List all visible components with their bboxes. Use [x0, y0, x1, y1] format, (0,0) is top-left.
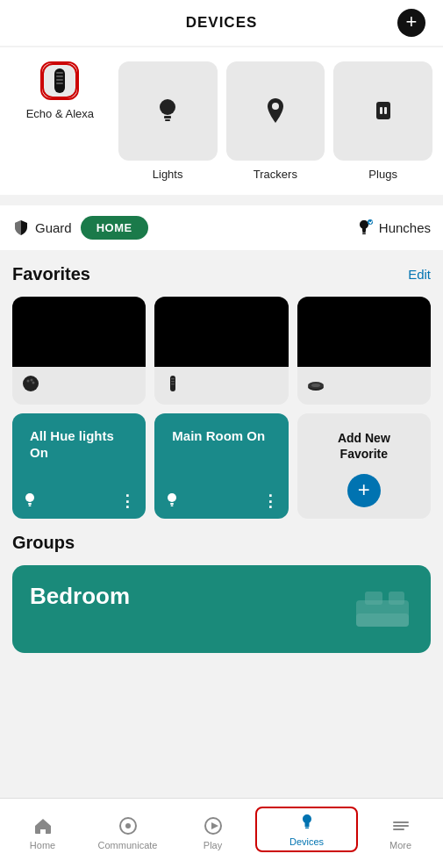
- header: DEVICES +: [0, 0, 443, 46]
- lights-icon-wrap: [118, 61, 218, 161]
- svg-rect-27: [28, 503, 32, 505]
- svg-rect-21: [171, 381, 175, 382]
- fav-main-room-footer: ⋮: [154, 485, 288, 519]
- svg-rect-22: [171, 384, 175, 384]
- add-new-circle-button[interactable]: +: [347, 474, 381, 507]
- svg-rect-3: [56, 79, 63, 81]
- plug-icon: [368, 95, 399, 126]
- echo-icon-wrap: [42, 63, 77, 98]
- svg-rect-34: [365, 592, 382, 605]
- favorite-card-3[interactable]: [297, 297, 431, 405]
- svg-rect-1: [56, 72, 63, 74]
- nav-devices-label: Devices: [289, 836, 324, 847]
- svg-rect-9: [376, 102, 390, 119]
- svg-rect-6: [164, 116, 171, 118]
- echo-label: Echo & Alexa: [26, 107, 94, 120]
- category-echo[interactable]: Echo & Alexa: [11, 61, 110, 181]
- svg-point-37: [125, 823, 131, 829]
- svg-rect-20: [171, 378, 175, 379]
- nav-play[interactable]: Play: [170, 808, 255, 850]
- svg-rect-31: [171, 505, 174, 506]
- groups-title: Groups: [12, 533, 431, 553]
- svg-rect-41: [305, 827, 309, 829]
- favorite-main-room[interactable]: Main Room On ⋮: [154, 413, 288, 519]
- favorites-grid: All Hue lights On ⋮ Main Room: [12, 297, 431, 519]
- favorite-add-new[interactable]: Add New Favorite +: [297, 413, 431, 519]
- hunches-button[interactable]: Hunches: [354, 218, 431, 237]
- category-lights[interactable]: Lights: [118, 61, 218, 181]
- home-mode-button[interactable]: HOME: [81, 216, 148, 240]
- nav-communicate[interactable]: Communicate: [85, 808, 170, 850]
- svg-point-17: [31, 378, 33, 381]
- hunches-icon: [354, 218, 374, 237]
- svg-rect-28: [29, 505, 32, 506]
- fav-card-image-3: [297, 297, 431, 367]
- bedroom-decoration: [352, 574, 413, 644]
- fav-main-room-light-icon: [163, 491, 181, 512]
- fav-device-icon-2: [163, 374, 182, 398]
- svg-rect-2: [56, 75, 63, 77]
- fav-device-icon-1: [21, 374, 40, 398]
- nav-play-label: Play: [204, 840, 222, 850]
- fav-all-hue-label: All Hue lights On: [21, 422, 137, 462]
- lights-label: Lights: [153, 168, 183, 181]
- svg-point-15: [23, 376, 39, 391]
- svg-point-29: [168, 493, 176, 502]
- svg-rect-30: [170, 503, 174, 505]
- more-nav-icon: [390, 815, 411, 836]
- fav-card-image-2: [154, 297, 288, 367]
- svg-point-26: [25, 493, 34, 502]
- svg-marker-39: [211, 822, 218, 829]
- svg-rect-42: [393, 821, 409, 823]
- category-plugs[interactable]: Plugs: [333, 61, 432, 181]
- nav-home[interactable]: Home: [0, 808, 85, 850]
- hunches-label: Hunches: [379, 220, 431, 235]
- add-new-label: Add New Favorite: [304, 425, 424, 462]
- fav-card-icon-row-3: [297, 367, 431, 405]
- svg-rect-4: [56, 82, 63, 84]
- devices-nav-icon: [297, 812, 318, 833]
- page-title: DEVICES: [186, 14, 258, 32]
- nav-more[interactable]: More: [358, 808, 443, 850]
- fav-all-hue-light-icon: [21, 491, 39, 512]
- svg-rect-40: [304, 825, 309, 827]
- device-categories: Echo & Alexa Lights Trackers: [0, 47, 443, 195]
- nav-home-label: Home: [30, 840, 55, 850]
- svg-rect-35: [389, 592, 404, 605]
- fav-all-hue-dots[interactable]: ⋮: [119, 491, 137, 511]
- trackers-label: Trackers: [254, 168, 297, 181]
- tracker-icon: [260, 95, 291, 126]
- add-device-button[interactable]: +: [397, 9, 425, 37]
- trackers-icon-wrap: [226, 61, 325, 161]
- svg-point-14: [368, 219, 373, 225]
- svg-rect-33: [356, 613, 409, 627]
- communicate-nav-icon: [118, 815, 139, 836]
- fav-main-room-dots[interactable]: ⋮: [262, 491, 280, 511]
- category-trackers[interactable]: Trackers: [226, 61, 325, 181]
- favorites-title: Favorites: [12, 264, 90, 284]
- svg-rect-7: [165, 119, 170, 121]
- favorite-card-2[interactable]: [154, 297, 288, 405]
- svg-point-5: [160, 99, 175, 115]
- svg-point-25: [311, 384, 320, 387]
- echo-icon: [44, 65, 75, 97]
- fav-card-icon-row-2: [154, 367, 288, 405]
- guard-button[interactable]: Guard: [12, 219, 72, 236]
- favorite-card-1[interactable]: [12, 297, 146, 405]
- nav-devices[interactable]: Devices: [255, 807, 358, 852]
- nav-communicate-label: Communicate: [98, 840, 158, 850]
- favorites-edit-button[interactable]: Edit: [408, 267, 431, 282]
- svg-rect-13: [362, 233, 366, 235]
- play-nav-icon: [203, 815, 224, 836]
- svg-rect-44: [393, 829, 404, 830]
- svg-point-18: [32, 381, 35, 384]
- plugs-label: Plugs: [368, 168, 397, 181]
- groups-section: Groups Bedroom: [0, 527, 443, 662]
- bottom-navigation: Home Communicate Play Devices More: [0, 798, 443, 868]
- svg-point-16: [27, 379, 30, 382]
- bedroom-card[interactable]: Bedroom: [12, 565, 431, 653]
- favorite-all-hue[interactable]: All Hue lights On ⋮: [12, 413, 146, 519]
- fav-all-hue-footer: ⋮: [12, 485, 146, 519]
- fav-card-image-1: [12, 297, 146, 367]
- nav-more-label: More: [389, 840, 411, 850]
